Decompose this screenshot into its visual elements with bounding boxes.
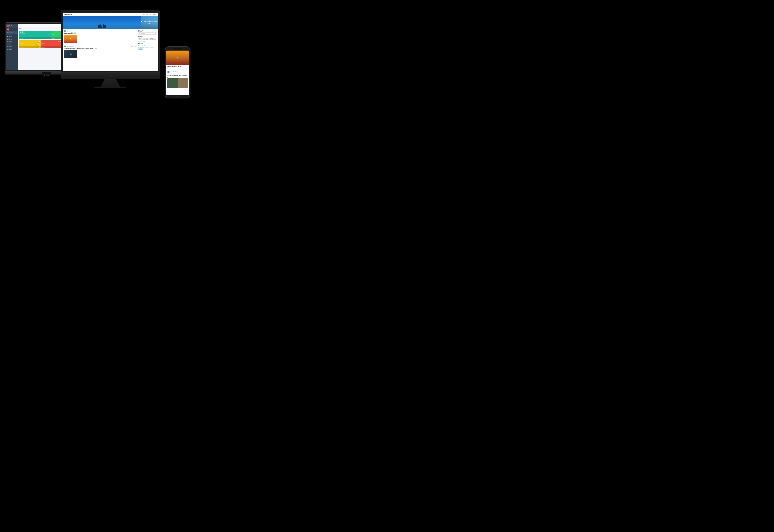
- card-comments-footer[interactable]: More Info @: [19, 46, 41, 48]
- mobile-post-title-bar: SpringBoot系列教程 2018-9月: [166, 65, 189, 70]
- post-2-avatar: [64, 45, 66, 47]
- tag-linux[interactable]: Linux: [142, 38, 145, 39]
- blog-main: · 已管理着 2019-01-25 SpringBoot系列教程: [63, 29, 158, 71]
- tag-redis[interactable]: redis: [149, 39, 152, 40]
- card-new-blog-footer[interactable]: More Info ●: [19, 37, 51, 39]
- sidebar-item-comments[interactable]: 评论管理: [6, 42, 18, 44]
- tag-springmvc[interactable]: SpringMVC: [149, 38, 154, 39]
- dot: [7, 39, 8, 40]
- blog-feed: · 已管理着 2019-01-25 SpringBoot系列教程: [63, 29, 137, 71]
- more-info-label-2: More Info: [52, 38, 55, 39]
- tag-frontend[interactable]: 前端: [143, 41, 145, 42]
- mobile-post-date: 2018-9月: [167, 68, 188, 69]
- sidebar-item-users[interactable]: 用户管理: [6, 46, 18, 47]
- nav-friends[interactable]: 友情: [146, 14, 148, 15]
- tag-spring[interactable]: Spring: [142, 39, 145, 40]
- sidebar-item-article-list[interactable]: 文章列表: [6, 36, 18, 37]
- mobile-img-right: [178, 78, 188, 88]
- nav-about[interactable]: 关于: [149, 14, 151, 15]
- recent-post-1[interactable]: SpringBoot系列教程: [138, 45, 157, 46]
- imac-screen-outer: personal.blog 主页 友情 关于 GITHUB: [61, 10, 160, 73]
- mobile-post-hero: [166, 51, 189, 65]
- hero-text: 和不好干的友人同的，只被他己拒绝: [141, 21, 158, 24]
- blog-nav: 主页 友情 关于 GITHUB: [143, 14, 156, 15]
- search-title: 搜索文章: [138, 30, 157, 32]
- blog-logo: personal.blog: [64, 14, 72, 15]
- card-views: 75 394 总浏览量 👁 More Info 0: [41, 40, 63, 48]
- dot: [7, 36, 8, 37]
- dot: [7, 41, 8, 42]
- sidebar-item-add-article[interactable]: 新增文章: [6, 37, 18, 39]
- search-placeholder: 输入关键词搜索: [139, 33, 155, 34]
- dot: [7, 46, 8, 47]
- imac-stand: [101, 79, 120, 87]
- nav-github[interactable]: GITHUB: [153, 14, 156, 15]
- iphone-home-indicator: [174, 96, 181, 96]
- scene: My Blog A工 Dashboard 文章管理: [0, 0, 194, 133]
- nav-home[interactable]: 主页: [143, 14, 145, 15]
- sidebar-item-security[interactable]: 安全管理: [6, 49, 18, 50]
- blog-tags: RESTful Linux Java SE SpringMVC MyBatis …: [138, 38, 157, 42]
- card-views-footer[interactable]: More Info 0: [41, 46, 63, 48]
- post-1-title: SpringBoot系列教程: [64, 32, 136, 34]
- admin-avatar: A工: [7, 28, 9, 31]
- blog-post-2: · EJB+整合封装箱 2019-01-25 Spring+SpringMVC+…: [64, 45, 136, 59]
- mobile-second-post-title: Spring+SpringMVC+MyBatis整合(easyUI、AdminL…: [166, 74, 189, 79]
- search-icon[interactable]: 🔍: [155, 33, 156, 34]
- card-comments: 10 总评论数 💬 More Info @: [19, 40, 41, 48]
- post-1-avatar: [64, 30, 66, 32]
- card-new-blog-subtitle: 今天新增博客: [20, 33, 50, 34]
- dark-image: [64, 50, 77, 58]
- at-icon: @: [39, 47, 40, 48]
- imac-base: [94, 87, 126, 88]
- tag-thymeleaf[interactable]: Thymeleaf: [138, 41, 143, 42]
- sidebar-section-2: 其他管理: [6, 44, 18, 46]
- tag-springboot[interactable]: SpringBoot: [152, 39, 156, 40]
- recent-post-3[interactable]: 文章发布2: [138, 49, 157, 50]
- blog-sidebar: 搜索文章 输入关键词搜索 🔍 热门标签 RESTful Linux Java S…: [137, 29, 158, 71]
- sidebar-item-dashboard[interactable]: Dashboard: [6, 32, 18, 34]
- iphone-frame: SpringBoot系列教程 2018-9月 13 · SSM整合封装箱 Spr…: [165, 46, 190, 98]
- tag-javase[interactable]: Java SE: [145, 38, 149, 39]
- imac-screen: personal.blog 主页 友情 关于 GITHUB: [63, 13, 158, 71]
- blog-hero: 和不好干的友人同的，只被他己拒绝: [63, 16, 158, 29]
- sidebar-item-category[interactable]: 文章分类: [6, 39, 18, 40]
- iphone-camera: [177, 49, 178, 50]
- admin-user: A工: [6, 28, 18, 32]
- more-info-label: More Info: [20, 38, 23, 39]
- tag-mybatis[interactable]: MyBatis: [138, 39, 142, 40]
- post-1-author: · 已管理着: [66, 31, 71, 32]
- dot: [7, 43, 8, 43]
- tags-title: 热门标签: [138, 36, 157, 37]
- mobile-post-title: SpringBoot系列教程: [167, 66, 188, 68]
- post-2-image: [64, 50, 77, 58]
- post-1-date: 2019-01-25: [131, 31, 136, 32]
- admin-sidebar: My Blog A工 Dashboard 文章管理: [6, 24, 18, 70]
- post-2-date: 2019-01-25: [131, 46, 136, 47]
- tag-mysql[interactable]: MySQL: [145, 39, 149, 40]
- iphone-device: SpringBoot系列教程 2018-9月 13 · SSM整合封装箱 Spr…: [165, 46, 190, 98]
- mobile-blog: SpringBoot系列教程 2018-9月 13 · SSM整合封装箱 Spr…: [166, 51, 189, 95]
- sidebar-item-resources[interactable]: 资源管理: [6, 47, 18, 49]
- blog-post-1: · 已管理着 2019-01-25 SpringBoot系列教程: [64, 30, 136, 44]
- post-2-body: [64, 50, 136, 58]
- mobile-author-label: · SSM整合封装箱: [170, 71, 178, 73]
- card-new-blog: 新增博客 今天新增博客 ✎ More Info ●: [19, 31, 51, 39]
- post-1-meta: · 已管理着 2019-01-25: [64, 30, 136, 32]
- blog-search[interactable]: 输入关键词搜索 🔍: [138, 32, 157, 35]
- blog-topbar: personal.blog 主页 友情 关于 GITHUB: [63, 13, 158, 16]
- tag-restful[interactable]: RESTful: [138, 38, 142, 39]
- sidebar-item-tags[interactable]: 标签管理: [6, 40, 18, 42]
- views-label: 总浏览量: [42, 43, 62, 44]
- recent-post-2[interactable]: Spring+SpringMVC+MyBatis整合(easyUI、AdminL…: [138, 47, 157, 49]
- post-2-author: · EJB+整合封装箱: [66, 46, 74, 47]
- arrow-icon: ●: [49, 38, 50, 39]
- dot: [7, 38, 8, 38]
- post-1-body: [64, 35, 136, 43]
- recent-title: 最新发布: [138, 43, 157, 45]
- sun-image: [64, 35, 77, 43]
- admin-logo-text: My Blog: [9, 25, 13, 26]
- blog-ui: personal.blog 主页 友情 关于 GITHUB: [63, 13, 158, 71]
- more-info-label-4: More Info: [20, 47, 23, 48]
- post-1-image: [64, 35, 77, 43]
